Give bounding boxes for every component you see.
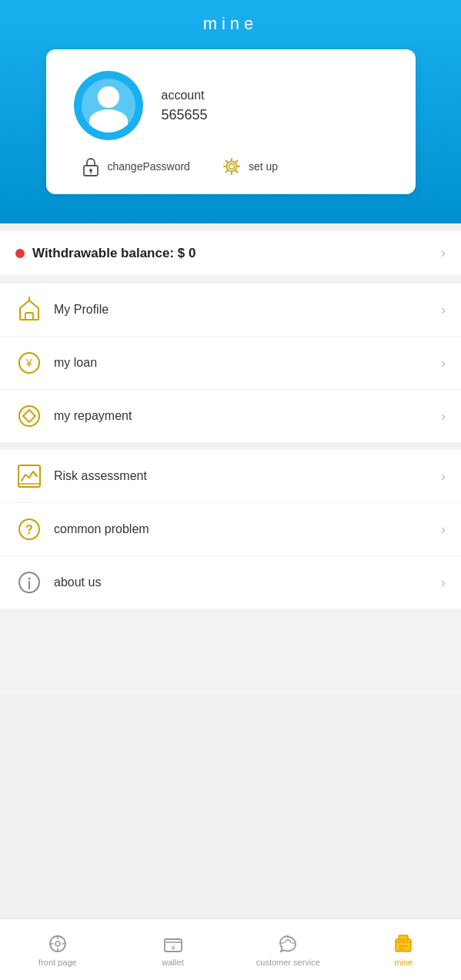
avatar xyxy=(74,71,143,140)
avatar-person xyxy=(89,86,128,133)
my-repayment-chevron-icon: › xyxy=(441,408,446,425)
avatar-head xyxy=(98,86,119,108)
svg-text:¥: ¥ xyxy=(25,357,32,369)
menu-item-risk-assessment[interactable]: Risk assessment › xyxy=(0,450,461,503)
common-problem-label: common problem xyxy=(54,522,149,536)
change-password-button[interactable]: changePassword xyxy=(80,156,190,177)
menu-item-common-problem[interactable]: ? common problem › xyxy=(0,503,461,556)
menu-item-my-profile[interactable]: My Profile › xyxy=(0,284,461,337)
nav-item-customer-service[interactable]: customer service xyxy=(231,933,346,967)
setup-label: set up xyxy=(249,160,278,173)
menu-left: about us xyxy=(15,569,101,596)
my-loan-label: my loan xyxy=(54,356,97,370)
common-problem-chevron-icon: › xyxy=(441,522,446,538)
my-repayment-label: my repayment xyxy=(54,409,132,423)
content: Withdrawable balance: $ 0 › My Profile › xyxy=(0,231,461,693)
balance-row[interactable]: Withdrawable balance: $ 0 › xyxy=(0,231,461,276)
svg-text:¥: ¥ xyxy=(170,944,175,951)
my-loan-chevron-icon: › xyxy=(441,355,446,371)
about-us-chevron-icon: › xyxy=(441,575,446,591)
svg-rect-28 xyxy=(399,935,408,940)
my-profile-chevron-icon: › xyxy=(441,302,446,318)
svg-point-3 xyxy=(229,164,234,169)
house-icon xyxy=(15,296,43,324)
customer-service-icon xyxy=(277,933,299,955)
avatar-body xyxy=(89,109,128,133)
front-page-icon xyxy=(47,933,68,955)
info-circle-icon xyxy=(15,569,43,596)
mine-nav-label: mine xyxy=(394,958,413,967)
yen-coin-icon: ¥ xyxy=(15,349,43,377)
nav-item-mine[interactable]: mine xyxy=(346,933,461,967)
nav-item-wallet[interactable]: ¥ wallet xyxy=(115,933,231,967)
lock-icon xyxy=(80,156,102,177)
profile-top: account 565655 xyxy=(74,71,388,140)
menu-item-my-loan[interactable]: ¥ my loan › xyxy=(0,337,461,390)
header: mine account 565655 xyxy=(0,0,461,223)
mine-icon xyxy=(393,933,414,955)
setup-button[interactable]: set up xyxy=(221,156,278,177)
balance-left: Withdrawable balance: $ 0 xyxy=(15,246,195,261)
risk-assessment-label: Risk assessment xyxy=(54,469,147,483)
wallet-nav-label: wallet xyxy=(162,958,184,967)
red-dot-icon xyxy=(15,249,25,258)
change-password-label: changePassword xyxy=(108,160,190,173)
svg-rect-5 xyxy=(25,313,33,320)
page-title: mine xyxy=(203,14,259,34)
menu-left: Risk assessment xyxy=(15,462,147,490)
avatar-inner xyxy=(82,79,135,133)
account-label: account xyxy=(162,89,208,102)
menu-section-2: Risk assessment › ? common problem › xyxy=(0,450,461,609)
menu-item-my-repayment[interactable]: my repayment › xyxy=(0,390,461,442)
svg-point-18 xyxy=(55,941,60,946)
balance-chevron-icon: › xyxy=(441,245,446,261)
gear-icon xyxy=(221,156,242,177)
nav-item-front-page[interactable]: front page xyxy=(0,933,115,967)
risk-assessment-chevron-icon: › xyxy=(441,468,446,485)
profile-card: account 565655 changePassword xyxy=(46,49,416,194)
menu-left: My Profile xyxy=(15,296,109,324)
svg-text:?: ? xyxy=(25,523,33,536)
front-page-nav-label: front page xyxy=(38,958,77,967)
menu-left: my repayment xyxy=(15,402,132,430)
wallet-icon: ¥ xyxy=(162,933,184,955)
svg-point-4 xyxy=(226,162,236,172)
menu-left: ¥ my loan xyxy=(15,349,97,377)
profile-actions: changePassword set up xyxy=(74,156,388,177)
chart-icon xyxy=(15,462,43,490)
my-profile-label: My Profile xyxy=(54,303,109,317)
svg-point-15 xyxy=(28,578,31,580)
menu-item-about-us[interactable]: about us › xyxy=(0,556,461,609)
menu-section-1: My Profile › ¥ my loan › xyxy=(0,284,461,442)
about-us-label: about us xyxy=(54,576,101,589)
menu-left: ? common problem xyxy=(15,515,149,543)
bottom-nav: front page ¥ wallet customer service xyxy=(0,918,461,980)
question-circle-icon: ? xyxy=(15,515,43,543)
diamond-coin-icon xyxy=(15,402,43,430)
svg-marker-9 xyxy=(23,410,35,422)
account-id: 565655 xyxy=(162,107,208,123)
profile-info: account 565655 xyxy=(162,89,208,123)
customer-service-nav-label: customer service xyxy=(256,958,320,967)
balance-text: Withdrawable balance: $ 0 xyxy=(32,246,195,261)
